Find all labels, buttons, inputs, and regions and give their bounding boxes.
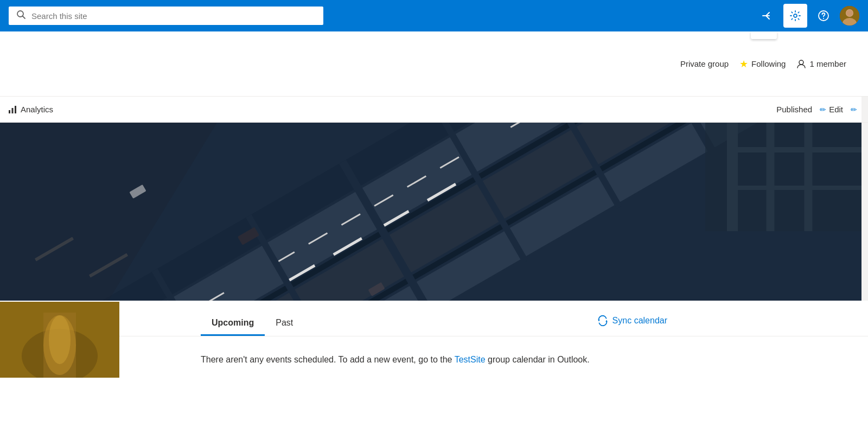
no-events-text: There aren't any events scheduled. To ad…	[201, 355, 455, 364]
svg-point-2	[794, 14, 797, 17]
help-button[interactable]	[812, 4, 835, 28]
thumbnail-image	[0, 302, 119, 378]
content-area: Upcoming Past Sync calendar There aren't…	[0, 301, 868, 378]
analytics-bar-right: Published ✏ Edit ✏	[776, 105, 868, 114]
no-events-message: There aren't any events scheduled. To ad…	[0, 336, 868, 378]
svg-point-8	[846, 10, 853, 16]
analytics-text: Analytics	[21, 105, 53, 114]
svg-point-9	[799, 60, 803, 65]
settings-button[interactable]	[783, 4, 807, 28]
hero-background	[0, 123, 868, 301]
tabs-row: Upcoming Past Sync calendar	[0, 301, 868, 336]
testsite-link[interactable]: TestSite	[455, 355, 486, 364]
member-icon	[796, 59, 806, 69]
top-bar-right	[755, 4, 859, 28]
tabs-left: Upcoming Past	[201, 311, 304, 336]
svg-rect-10	[9, 110, 10, 113]
member-label: 1 member	[809, 59, 846, 68]
sync-calendar-button[interactable]: Sync calendar	[597, 315, 667, 333]
svg-point-4	[823, 18, 824, 19]
sub-header-right: Private group ★ Following 1 member	[680, 58, 846, 70]
top-bar	[0, 0, 868, 31]
hero-section	[0, 123, 868, 301]
gear-dropdown	[751, 31, 777, 39]
back-button[interactable]	[755, 4, 779, 28]
edit-label: Edit	[829, 105, 843, 114]
pencil-icon: ✏	[820, 105, 826, 114]
tab-upcoming[interactable]: Upcoming	[201, 311, 265, 336]
svg-rect-45	[861, 123, 868, 301]
following-label: Following	[751, 59, 786, 68]
analytics-icon	[8, 105, 17, 114]
svg-line-1	[23, 16, 25, 19]
edit-icon-2[interactable]: ✏	[851, 105, 857, 114]
edit-button[interactable]: ✏ Edit	[820, 105, 843, 114]
svg-rect-11	[12, 108, 14, 113]
avatar[interactable]	[840, 6, 859, 26]
sync-calendar-label: Sync calendar	[612, 316, 667, 326]
member-info: 1 member	[796, 59, 846, 69]
search-box[interactable]	[9, 7, 323, 25]
scrollbar-indicator	[861, 97, 868, 122]
no-events-suffix: group calendar in Outlook.	[486, 355, 590, 364]
svg-rect-12	[15, 106, 16, 113]
search-input[interactable]	[31, 11, 316, 21]
svg-point-50	[49, 315, 71, 364]
following-button[interactable]: ★ Following	[739, 58, 786, 70]
private-group-label: Private group	[680, 59, 729, 68]
published-label: Published	[776, 105, 812, 114]
sync-icon	[597, 315, 608, 326]
tab-past[interactable]: Past	[265, 311, 304, 336]
bottom-thumbnail	[0, 302, 119, 378]
search-icon	[16, 10, 26, 22]
analytics-label-container: Analytics	[2, 105, 53, 114]
sub-header: Private group ★ Following 1 member	[0, 31, 868, 97]
star-icon: ★	[739, 58, 748, 70]
analytics-bar: Analytics Published ✏ Edit ✏	[0, 97, 868, 123]
